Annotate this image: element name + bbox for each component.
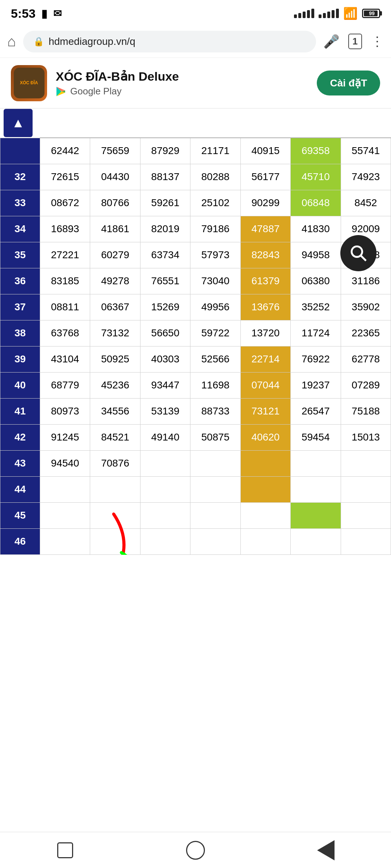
table-cell: 59454 <box>291 424 341 450</box>
table-cell: 90299 <box>240 190 290 216</box>
row-number: 43 <box>0 450 40 476</box>
table-cell <box>291 502 341 528</box>
browser-bar: ⌂ 🔒 hdmediagroup.vn/q 🎤 1 ⋮ <box>0 25 391 58</box>
time: 5:53 <box>11 7 35 21</box>
table-cell: 82843 <box>240 242 290 268</box>
table-cell: 73132 <box>90 320 140 346</box>
table-cell: 94958 <box>291 242 341 268</box>
status-left: 5:53 ▮ ✉ <box>11 7 62 21</box>
table-cell <box>40 528 90 554</box>
table-cell: 06367 <box>90 294 140 320</box>
table-cell: 55741 <box>341 138 391 164</box>
more-options-icon[interactable]: ⋮ <box>371 34 384 49</box>
table-cell: 22365 <box>341 320 391 346</box>
table-cell: 88137 <box>140 164 190 190</box>
table-cell: 94540 <box>40 450 90 476</box>
table-cell: 35252 <box>291 294 341 320</box>
microphone-icon[interactable]: 🎤 <box>323 34 340 49</box>
battery-icon: 99 <box>362 9 380 18</box>
nav-bar <box>0 832 391 868</box>
nav-square-button[interactable] <box>43 836 87 865</box>
mail-icon: ✉ <box>53 8 62 20</box>
row-number: 44 <box>0 476 40 502</box>
table-cell: 60279 <box>90 242 140 268</box>
table-cell: 84521 <box>90 424 140 450</box>
table-row: 3527221602796373457973828439495818448 <box>0 242 391 268</box>
table-cell: 26547 <box>291 398 341 424</box>
table-cell: 91245 <box>40 424 90 450</box>
ad-info: XÓC ĐĨA-Bản Deluxe <box>56 69 308 97</box>
url-text: hdmediagroup.vn/q <box>49 36 135 47</box>
nav-triangle-icon <box>317 840 335 860</box>
table-row: 45 <box>0 502 391 528</box>
row-number: 37 <box>0 294 40 320</box>
table-cell <box>140 476 190 502</box>
status-right: 📶 99 <box>294 7 380 20</box>
table-cell: 50875 <box>190 424 240 450</box>
table-cell: 11698 <box>190 372 240 398</box>
home-icon[interactable]: ⌂ <box>7 33 16 50</box>
table-cell <box>90 528 140 554</box>
table-cell <box>140 528 190 554</box>
row-number: 34 <box>0 216 40 242</box>
search-fab[interactable] <box>340 235 377 271</box>
table-cell: 75659 <box>90 138 140 164</box>
table-cell <box>40 502 90 528</box>
row-number: 40 <box>0 372 40 398</box>
status-bar: 5:53 ▮ ✉ 📶 99 <box>0 0 391 25</box>
table-cell: 8452 <box>341 190 391 216</box>
nav-square-icon <box>57 842 73 858</box>
table-cell: 70876 <box>90 450 140 476</box>
table-cell: 80766 <box>90 190 140 216</box>
row-number: 32 <box>0 164 40 190</box>
tab-count[interactable]: 1 <box>348 34 362 49</box>
table-cell: 73040 <box>190 268 240 294</box>
data-table: 6244275659879292117140915693585574132726… <box>0 137 391 555</box>
table-row: 3943104509254030352566227147692262778 <box>0 346 391 372</box>
table-cell <box>40 476 90 502</box>
table-cell: 80973 <box>40 398 90 424</box>
ad-app-icon: XÓC ĐĨA <box>11 65 47 101</box>
wifi-icon: 📶 <box>343 7 358 20</box>
table-cell: 62778 <box>341 346 391 372</box>
table-cell: 11724 <box>291 320 341 346</box>
table-cell: 06380 <box>291 268 341 294</box>
table-cell <box>341 476 391 502</box>
table-cell: 13676 <box>240 294 290 320</box>
nav-back-button[interactable] <box>304 836 348 865</box>
table-cell: 56650 <box>140 320 190 346</box>
table-cell <box>240 528 290 554</box>
table-cell: 15269 <box>140 294 190 320</box>
scroll-up-button[interactable]: ▲ <box>4 109 33 137</box>
table-row: 4068779452369344711698070441923707289 <box>0 372 391 398</box>
table-cell: 79186 <box>190 216 240 242</box>
row-number: 36 <box>0 268 40 294</box>
row-number: 38 <box>0 320 40 346</box>
table-cell <box>240 502 290 528</box>
ad-icon-inner: XÓC ĐĨA <box>14 68 45 98</box>
nav-home-button[interactable] <box>174 836 217 865</box>
table-cell: 52566 <box>190 346 240 372</box>
install-button[interactable]: Cài đặT <box>317 71 380 95</box>
row-number: 39 <box>0 346 40 372</box>
table-cell: 87929 <box>140 138 190 164</box>
url-bar[interactable]: 🔒 hdmediagroup.vn/q <box>23 31 316 52</box>
table-cell <box>190 450 240 476</box>
table-cell <box>90 476 140 502</box>
table-cell: 72615 <box>40 164 90 190</box>
table-cell: 59722 <box>190 320 240 346</box>
table-cell: 88733 <box>190 398 240 424</box>
ad-title: XÓC ĐĨA-Bản Deluxe <box>56 69 308 84</box>
row-number: 46 <box>0 528 40 554</box>
table-cell: 21171 <box>190 138 240 164</box>
row-number: 41 <box>0 398 40 424</box>
table-cell: 63768 <box>40 320 90 346</box>
svg-point-4 <box>352 246 362 257</box>
table-cell <box>291 528 341 554</box>
table-cell <box>140 450 190 476</box>
row-number <box>0 138 40 164</box>
table-row: 439454070876 <box>0 450 391 476</box>
table-cell: 63734 <box>140 242 190 268</box>
table-cell <box>240 450 290 476</box>
table-cell: 75188 <box>341 398 391 424</box>
